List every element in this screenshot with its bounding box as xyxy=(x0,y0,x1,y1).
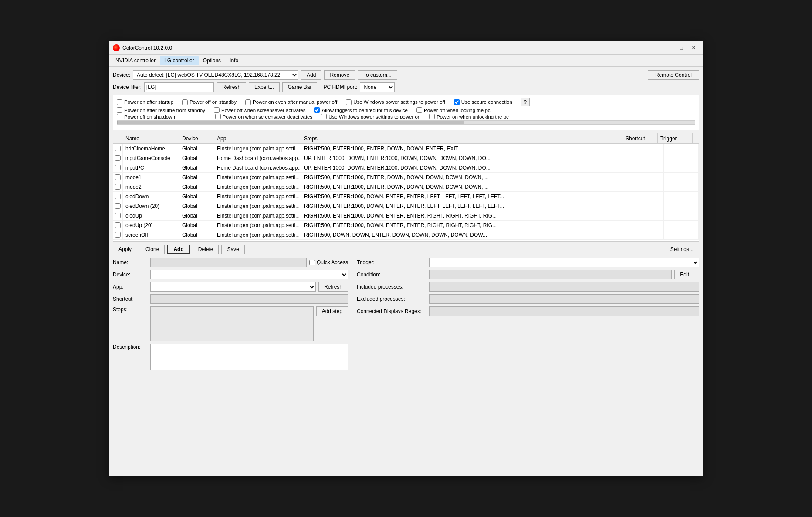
cb-power-off-locking-input[interactable] xyxy=(416,107,422,113)
cb-use-win-power-off-input[interactable] xyxy=(346,99,352,105)
apply-button[interactable]: Apply xyxy=(113,245,137,254)
remove-button[interactable]: Remove xyxy=(324,70,355,80)
table-row[interactable]: screenOff Global Einstellungen (com.palm… xyxy=(113,230,699,240)
cb-power-on-screensaver[interactable]: Power on when screensaver deactivates xyxy=(215,114,312,119)
row-device-5: Global xyxy=(179,192,214,201)
description-textarea[interactable] xyxy=(150,344,348,370)
name-input[interactable] xyxy=(150,258,307,267)
device-filter-input[interactable] xyxy=(144,82,214,92)
form-excluded-input[interactable] xyxy=(429,294,699,304)
row-checkbox-0[interactable] xyxy=(115,146,121,151)
table-row[interactable]: hdrCinemaHome Global Einstellungen (com.… xyxy=(113,144,699,153)
table-row[interactable]: inputPC Global Home Dashboard (com.webos… xyxy=(113,163,699,173)
cb-use-win-power-on[interactable]: Use Windows power settings to power on xyxy=(321,114,420,119)
th-app[interactable]: App xyxy=(214,133,301,143)
cb-power-on-resume-input[interactable] xyxy=(117,107,122,113)
add-preset-button[interactable]: Add xyxy=(167,245,189,254)
form-steps-label: Steps: xyxy=(113,306,148,313)
table-row[interactable]: oledUp (20) Global Einstellungen (com.pa… xyxy=(113,221,699,230)
form-included-input[interactable] xyxy=(429,282,699,292)
cb-power-on-unlocking[interactable]: Power on when unlocking the pc xyxy=(429,114,509,119)
cb-use-secure[interactable]: Use secure connection xyxy=(454,98,512,106)
add-button[interactable]: Add xyxy=(301,70,321,80)
cb-power-on-startup[interactable]: Power on after startup xyxy=(117,98,173,106)
table-row[interactable]: oledDown (20) Global Einstellungen (com.… xyxy=(113,201,699,211)
horizontal-scrollbar[interactable] xyxy=(117,120,695,125)
form-condition-input[interactable] xyxy=(429,270,672,279)
row-shortcut-6 xyxy=(629,201,664,211)
cb-power-on-screensaver-input[interactable] xyxy=(215,114,221,119)
cb-power-off-standby[interactable]: Power off on standby xyxy=(182,98,237,106)
form-app-select[interactable] xyxy=(150,282,316,292)
remote-control-button[interactable]: Remote Control xyxy=(648,70,699,80)
add-step-button[interactable]: Add step xyxy=(316,306,348,316)
row-checkbox-9[interactable] xyxy=(115,232,121,238)
settings-button[interactable]: Settings... xyxy=(665,245,699,254)
cb-power-off-shutdown[interactable]: Power off on shutdown xyxy=(117,114,175,119)
row-name-4: mode2 xyxy=(123,182,179,191)
form-shortcut-input[interactable] xyxy=(150,294,348,304)
row-checkbox-2[interactable] xyxy=(115,165,121,170)
refresh-button[interactable]: Refresh xyxy=(217,82,246,92)
cb-use-win-power-off[interactable]: Use Windows power settings to power off xyxy=(346,98,445,106)
table-row[interactable]: mode1 Global Einstellungen (com.palm.app… xyxy=(113,173,699,182)
expert-button[interactable]: Expert... xyxy=(249,82,280,92)
row-checkbox-4[interactable] xyxy=(115,184,121,190)
delete-button[interactable]: Delete xyxy=(193,245,219,254)
save-button[interactable]: Save xyxy=(221,245,244,254)
cb-power-off-standby-input[interactable] xyxy=(182,99,188,105)
cb-power-on-manual[interactable]: Power on even after manual power off xyxy=(245,98,337,106)
table-row[interactable]: oledDown Global Einstellungen (com.palm.… xyxy=(113,192,699,201)
steps-textarea[interactable] xyxy=(150,306,314,341)
game-bar-button[interactable]: Game Bar xyxy=(282,82,318,92)
cb-power-on-resume[interactable]: Power on after resume from standby xyxy=(117,107,205,113)
menu-info[interactable]: Info xyxy=(225,56,243,65)
row-shortcut-5 xyxy=(629,192,664,201)
device-select[interactable]: Auto detect: [LG] webOS TV OLED48CX8LC, … xyxy=(133,70,298,80)
cb-allow-triggers[interactable]: Allow triggers to be fired for this devi… xyxy=(314,107,408,113)
th-device[interactable]: Device xyxy=(179,133,214,143)
cb-power-on-manual-input[interactable] xyxy=(245,99,251,105)
row-app-3: Einstellungen (com.palm.app.setti... xyxy=(214,173,301,182)
th-steps[interactable]: Steps xyxy=(301,133,623,143)
form-device-select[interactable] xyxy=(150,270,348,279)
row-checkbox-1[interactable] xyxy=(115,155,121,161)
cb-power-on-unlocking-input[interactable] xyxy=(429,114,435,119)
minimize-button[interactable]: ─ xyxy=(663,43,675,53)
th-trigger[interactable]: Trigger xyxy=(658,133,693,143)
form-trigger-select[interactable] xyxy=(429,258,699,267)
form-refresh-button[interactable]: Refresh xyxy=(318,282,348,292)
cb-power-off-screensaver[interactable]: Power off when screensaver activates xyxy=(214,107,305,113)
cb-use-secure-input[interactable] xyxy=(454,99,460,105)
row-checkbox-3[interactable] xyxy=(115,174,121,180)
quick-access-cb[interactable]: Quick Access xyxy=(309,259,348,265)
cb-power-on-startup-input[interactable] xyxy=(117,99,122,105)
help-button[interactable]: ? xyxy=(521,98,530,106)
row-checkbox-8[interactable] xyxy=(115,222,121,228)
table-row[interactable]: inputGameConsole Global Home Dashboard (… xyxy=(113,153,699,163)
pc-hdmi-select[interactable]: None xyxy=(360,82,395,92)
row-checkbox-6[interactable] xyxy=(115,203,121,209)
cb-power-off-shutdown-input[interactable] xyxy=(117,114,122,119)
cb-allow-triggers-input[interactable] xyxy=(314,107,320,113)
th-shortcut[interactable]: Shortcut xyxy=(623,133,658,143)
close-button[interactable]: ✕ xyxy=(688,43,699,53)
cb-power-off-screensaver-input[interactable] xyxy=(214,107,220,113)
menu-nvidia[interactable]: NVIDIA controller xyxy=(111,56,160,65)
th-name[interactable]: Name xyxy=(123,133,179,143)
maximize-button[interactable]: □ xyxy=(676,43,687,53)
cb-use-win-power-on-input[interactable] xyxy=(321,114,327,119)
row-checkbox-7[interactable] xyxy=(115,213,121,218)
table-row[interactable]: oledUp Global Einstellungen (com.palm.ap… xyxy=(113,211,699,221)
to-custom-button[interactable]: To custom... xyxy=(358,70,397,80)
quick-access-checkbox[interactable] xyxy=(309,260,315,265)
table-row[interactable]: mode2 Global Einstellungen (com.palm.app… xyxy=(113,182,699,192)
clone-button[interactable]: Clone xyxy=(140,245,165,254)
edit-button[interactable]: Edit... xyxy=(674,270,699,279)
form-displays-input[interactable] xyxy=(429,306,699,316)
menu-options[interactable]: Options xyxy=(199,56,225,65)
row-checkbox-5[interactable] xyxy=(115,194,121,199)
menu-lg[interactable]: LG controller xyxy=(160,56,199,65)
form-included-label: Included processes: xyxy=(357,284,426,290)
cb-power-off-locking[interactable]: Power off when locking the pc xyxy=(416,107,491,113)
